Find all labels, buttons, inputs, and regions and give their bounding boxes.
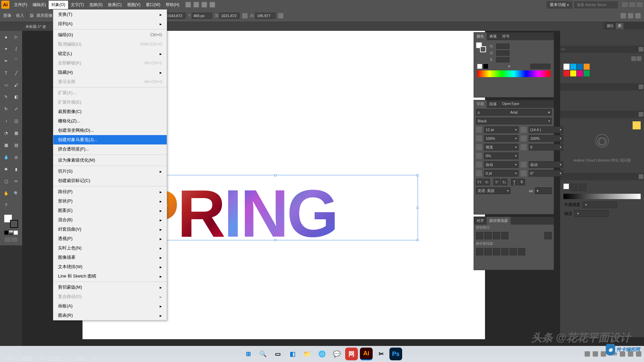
- eyedropper-tool-icon[interactable]: 💧: [1, 153, 11, 162]
- divide-icon[interactable]: [476, 248, 483, 255]
- library-asset-icon[interactable]: [633, 121, 641, 129]
- h-input[interactable]: 185.977: [255, 13, 275, 19]
- auto2-input[interactable]: 自动: [529, 161, 563, 168]
- scale-tool-icon[interactable]: ⤢: [11, 104, 21, 114]
- menu-item[interactable]: 编组(G)Ctrl+G: [53, 30, 167, 40]
- swatch[interactable]: [564, 64, 570, 70]
- grad-opacity-input[interactable]: [582, 201, 617, 208]
- menu-item[interactable]: 变换(T): [53, 10, 167, 19]
- smallcaps-icon[interactable]: Tt: [483, 179, 490, 185]
- blend-tool-icon[interactable]: ◎: [11, 153, 21, 162]
- white-swatch[interactable]: [477, 64, 482, 69]
- arrange-icon[interactable]: [202, 2, 207, 7]
- g-input[interactable]: [496, 50, 509, 56]
- photoshop-taskbar-icon[interactable]: Ps: [389, 348, 402, 360]
- embed-button[interactable]: 嵌入: [16, 13, 24, 18]
- gradient-slider[interactable]: [564, 194, 641, 199]
- list-view-icon[interactable]: [631, 56, 636, 61]
- b-input[interactable]: [496, 57, 509, 62]
- width-tool-icon[interactable]: ⫞: [1, 116, 11, 126]
- menu-item[interactable]: 切片(S): [53, 167, 167, 176]
- minus-front-icon[interactable]: [484, 232, 492, 239]
- gradient-tool-icon[interactable]: ▤: [11, 140, 21, 150]
- stock-icon[interactable]: [194, 2, 199, 7]
- r-input[interactable]: [496, 44, 509, 49]
- crop-button[interactable]: 裁剪图像: [37, 13, 53, 18]
- search-input[interactable]: 搜索 Adobe Stock: [574, 1, 618, 8]
- x-input[interactable]: 1543.872: [165, 13, 185, 19]
- stroke-swatch[interactable]: [10, 220, 18, 228]
- gradient-swatch-icon[interactable]: [564, 184, 569, 189]
- trim-icon[interactable]: [484, 248, 492, 255]
- panel-options-icon[interactable]: [628, 13, 633, 18]
- workspace-dropdown[interactable]: 基本功能: [546, 1, 572, 9]
- leading-input[interactable]: (14.4 ): [529, 126, 563, 133]
- menu-item[interactable]: 形状(P): [53, 196, 167, 206]
- font-family-input[interactable]: ρArial▾: [476, 109, 552, 116]
- explorer-icon[interactable]: 📁: [301, 348, 314, 360]
- allcaps-icon[interactable]: TT: [476, 179, 483, 185]
- swatch[interactable]: [564, 70, 570, 76]
- menu-item[interactable]: 排列(A): [53, 19, 167, 28]
- auto1-input[interactable]: 自动: [484, 161, 519, 168]
- eraser-tool-icon[interactable]: ◧: [11, 92, 21, 102]
- pen-tool-icon[interactable]: ✒: [1, 56, 11, 66]
- menu-object[interactable]: 对象(O): [49, 1, 68, 9]
- menu-item[interactable]: 路径(P): [53, 187, 167, 196]
- linear-grad-icon[interactable]: [570, 184, 578, 191]
- normal-mode-icon[interactable]: [5, 237, 11, 242]
- link-wh-icon[interactable]: [242, 13, 248, 18]
- tab-align[interactable]: 对齐: [474, 217, 487, 225]
- close-icon[interactable]: [639, 174, 643, 179]
- color-fill-stroke-icon[interactable]: [476, 42, 486, 52]
- document-tab[interactable]: 未标题-1* @: [22, 23, 49, 31]
- black-swatch[interactable]: [483, 64, 488, 69]
- menu-item[interactable]: 隐藏(H): [53, 68, 167, 77]
- menu-item[interactable]: 创建渐变网格(D)...: [53, 126, 167, 135]
- shape-builder-tool-icon[interactable]: ◔: [1, 128, 11, 138]
- grid-view-icon[interactable]: [637, 56, 641, 61]
- tab-symbols[interactable]: 符号: [499, 33, 512, 40]
- minimize-button[interactable]: [622, 2, 628, 7]
- hand-tool-icon[interactable]: ✋: [1, 189, 11, 198]
- underline-icon[interactable]: T̲: [511, 179, 518, 185]
- menu-item[interactable]: 创建裁切标记(C): [53, 176, 167, 185]
- menu-item[interactable]: 混合(B): [53, 215, 167, 225]
- menu-view[interactable]: 视图(V): [124, 1, 143, 9]
- mask-button[interactable]: 版: [30, 13, 34, 18]
- radial-grad-icon[interactable]: [579, 184, 586, 191]
- menu-effect[interactable]: 效果(C): [105, 1, 124, 9]
- menu-item[interactable]: 剪切蒙版(M): [53, 283, 167, 292]
- close-icon[interactable]: [639, 84, 643, 89]
- gradient-sw[interactable]: [9, 231, 13, 235]
- menu-item[interactable]: 图像描摹: [53, 253, 167, 262]
- widgets-icon[interactable]: ◧: [286, 348, 299, 360]
- full-mode-icon[interactable]: [11, 237, 17, 242]
- fill-stroke-swatch[interactable]: [1, 215, 21, 228]
- swatch[interactable]: [570, 70, 576, 76]
- paintbrush-tool-icon[interactable]: 🖌: [11, 80, 21, 90]
- illustrator-taskbar-icon[interactable]: Ai: [360, 348, 373, 360]
- tab-stroke[interactable]: [561, 86, 565, 87]
- font-size-input[interactable]: 12 pt: [484, 126, 519, 133]
- menu-item[interactable]: 实时上色(N): [53, 243, 167, 253]
- font-weight-input[interactable]: Black: [476, 118, 552, 124]
- menu-select[interactable]: 选择(S): [87, 1, 105, 9]
- menu-item[interactable]: 透视(P): [53, 234, 167, 243]
- search-taskbar-icon[interactable]: 🔍: [257, 348, 269, 360]
- curvature-tool-icon[interactable]: ⌒: [11, 56, 21, 66]
- slice-tool-icon[interactable]: ✂: [11, 177, 21, 186]
- transform-icon[interactable]: [278, 13, 283, 18]
- merge-icon[interactable]: [493, 248, 500, 255]
- zoom-tool-icon[interactable]: 🔍: [11, 189, 21, 198]
- rotate-input[interactable]: 0°: [529, 170, 563, 177]
- lasso-tool-icon[interactable]: ⟅: [11, 44, 21, 54]
- perspective-tool-icon[interactable]: ▦: [11, 128, 21, 138]
- wechat-icon[interactable]: 💬: [330, 348, 343, 360]
- start-icon[interactable]: ⊞: [242, 348, 255, 360]
- menu-item[interactable]: 文本绕排(W): [53, 262, 167, 272]
- strikethrough-icon[interactable]: T̶: [518, 179, 525, 185]
- superscript-icon[interactable]: T¹: [493, 179, 500, 185]
- menu-type[interactable]: 文字(T): [68, 1, 87, 9]
- vscale-input[interactable]: 100%: [484, 135, 519, 142]
